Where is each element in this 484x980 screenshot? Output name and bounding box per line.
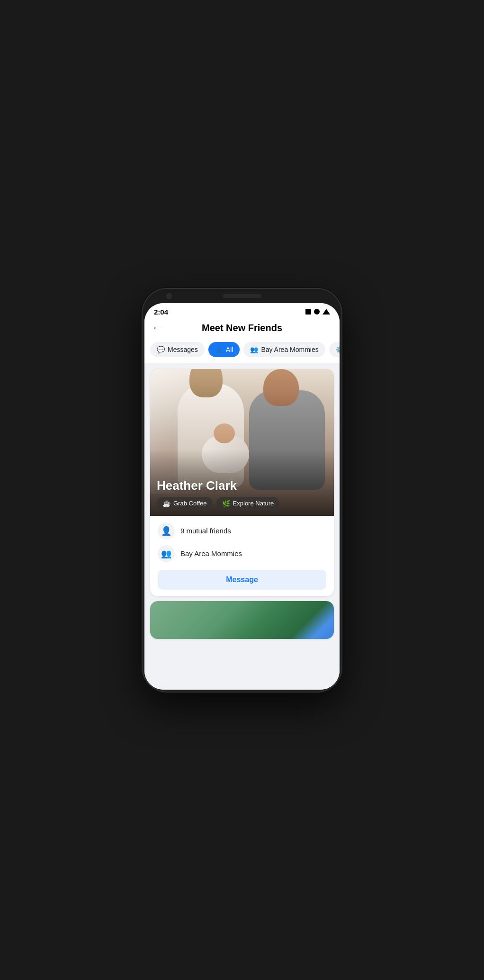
group-detail-icon: 👥 [158,545,175,562]
coffee-icon: ☕ [162,500,170,507]
profile-card: Heather Clark ☕ Grab Coffee 🌿 Explore Na… [150,369,334,596]
status-icons [305,309,330,315]
profile-image-container: Heather Clark ☕ Grab Coffee 🌿 Explore Na… [150,369,334,516]
phone-top-bar [143,289,341,303]
settings-icon: ⚙️ [336,346,340,353]
filter-tabs: 💬 Messages 👤 All 👥 Bay Area Mommies ⚙️ D [144,338,340,363]
tab-all[interactable]: 👤 All [208,342,240,357]
signal-icon [314,309,320,315]
page-title: Meet New Friends [202,323,282,333]
tag-explore-nature-label: Explore Nature [233,500,274,507]
mutual-friends-text: 9 mutual friends [180,527,231,535]
tag-grab-coffee-label: Grab Coffee [173,500,207,507]
person-right-head [263,369,299,406]
tab-all-label: All [226,346,233,353]
nature-icon: 🌿 [222,500,230,507]
tag-grab-coffee: ☕ Grab Coffee [157,497,213,510]
tab-messages[interactable]: 💬 Messages [150,342,205,357]
group-row: 👥 Bay Area Mommies [158,545,326,562]
camera [166,293,172,299]
header: ← Meet New Friends [144,319,340,338]
phone-screen: 2:04 ← Meet New Friends 💬 Messages 👤 All [144,303,340,690]
status-bar: 2:04 [144,303,340,319]
group-text: Bay Area Mommies [180,549,242,557]
tag-explore-nature: 🌿 Explore Nature [216,497,280,510]
speaker [223,294,261,298]
profile-details: 👤 9 mutual friends 👥 Bay Area Mommies Me… [150,516,334,596]
phone-frame: 2:04 ← Meet New Friends 💬 Messages 👤 All [143,289,341,692]
tab-settings[interactable]: ⚙️ D [329,342,340,357]
content: Heather Clark ☕ Grab Coffee 🌿 Explore Na… [144,363,340,690]
group-icon: 👥 [250,346,258,353]
activity-tags: ☕ Grab Coffee 🌿 Explore Nature [157,497,327,510]
battery-icon [305,309,311,315]
profile-card-preview [150,601,334,639]
mutual-friends-row: 👤 9 mutual friends [158,522,326,539]
profile-overlay-info: Heather Clark ☕ Grab Coffee 🌿 Explore Na… [157,478,327,510]
status-time: 2:04 [154,308,168,316]
profile-name: Heather Clark [157,478,327,493]
tab-bay-area-mommies[interactable]: 👥 Bay Area Mommies [243,342,325,357]
back-button[interactable]: ← [152,322,162,334]
messages-icon: 💬 [157,346,165,353]
all-icon: 👤 [215,346,223,353]
tab-messages-label: Messages [168,346,198,353]
person-left-head [189,369,223,397]
mutual-friends-icon: 👤 [158,522,175,539]
preview-image [150,601,334,639]
tab-bay-area-label: Bay Area Mommies [261,346,318,353]
message-button[interactable]: Message [158,570,326,590]
wifi-icon [323,309,330,315]
baby-head [214,423,235,443]
